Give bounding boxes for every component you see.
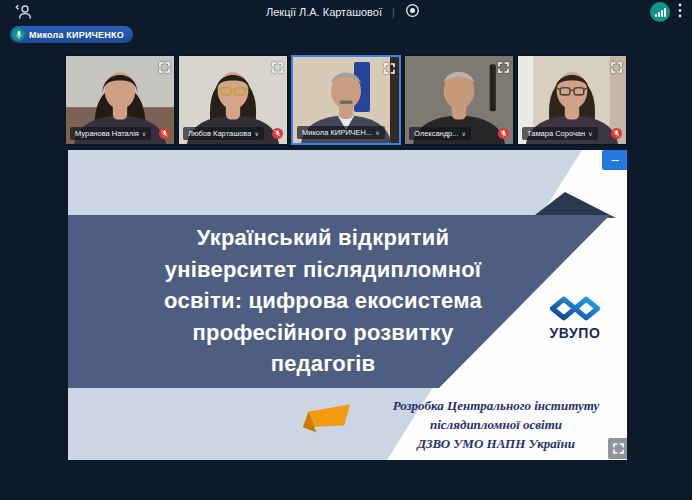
participant-tile[interactable]: Муранова Наталія ∨ bbox=[65, 55, 175, 145]
slide-title-line: університет післядипломної bbox=[103, 254, 543, 286]
chevron-down-icon: ∨ bbox=[462, 131, 466, 137]
infinity-logo-icon bbox=[546, 294, 604, 323]
participant-name: Тамара Сорочан bbox=[527, 129, 585, 138]
tile-expand-icon[interactable] bbox=[272, 59, 283, 70]
participant-name-tag[interactable]: Тамара Сорочан ∨ bbox=[522, 127, 598, 140]
fullscreen-share-button[interactable] bbox=[608, 438, 627, 459]
slide-title-line: педагогів bbox=[103, 348, 543, 380]
chevron-down-icon: ∨ bbox=[254, 131, 258, 137]
minimize-share-button[interactable]: – bbox=[602, 150, 627, 170]
mic-muted-indicator bbox=[159, 128, 170, 139]
tile-expand-icon[interactable] bbox=[384, 60, 395, 71]
mic-muted-indicator bbox=[611, 128, 622, 139]
control-bar bbox=[0, 460, 692, 500]
screen-share-slide: Український відкритий університет післяд… bbox=[68, 150, 627, 460]
more-options-button[interactable] bbox=[678, 3, 682, 21]
participant-tile[interactable]: Любов Карташова ∨ bbox=[178, 55, 288, 145]
slide-title-line: освіти: цифрова екосистема bbox=[103, 285, 543, 317]
participant-tile[interactable]: Микола КИРИЧЕН... ∨ bbox=[291, 55, 401, 145]
participant-tile[interactable]: Тамара Сорочан ∨ bbox=[517, 55, 627, 145]
mic-icon bbox=[12, 28, 25, 41]
tile-expand-icon[interactable] bbox=[611, 59, 622, 70]
participant-strip: Муранова Наталія ∨ bbox=[65, 55, 627, 145]
chevron-down-icon: ∨ bbox=[375, 130, 379, 136]
record-button[interactable] bbox=[405, 3, 420, 21]
record-icon bbox=[405, 3, 420, 21]
participant-name: Любов Карташова bbox=[188, 129, 251, 138]
participant-name-tag[interactable]: Микола КИРИЧЕН... ∨ bbox=[297, 126, 385, 139]
slide-title-line: професійного розвитку bbox=[103, 317, 543, 349]
mic-muted-indicator bbox=[498, 128, 509, 139]
slide-title-line: Український відкритий bbox=[103, 222, 543, 254]
tile-expand-icon[interactable] bbox=[498, 59, 509, 70]
participant-name: Олександр... bbox=[414, 129, 459, 138]
participants-icon bbox=[14, 3, 34, 24]
meeting-title: Лекції Л.А. Карташової bbox=[266, 6, 382, 18]
uvupo-logo: УВУПО bbox=[536, 294, 614, 341]
title-separator: | bbox=[392, 6, 395, 18]
credit-line: післядипломної освіти bbox=[368, 415, 624, 434]
kebab-menu-icon bbox=[678, 3, 682, 21]
participant-name: Микола КИРИЧЕН... bbox=[302, 128, 372, 137]
active-speaker-badge: Микола КИРИЧЕНКО bbox=[10, 26, 133, 43]
chevron-down-icon: ∨ bbox=[588, 131, 592, 137]
participants-panel-button[interactable] bbox=[14, 3, 34, 24]
active-speaker-name: Микола КИРИЧЕНКО bbox=[29, 30, 124, 40]
participant-name: Муранова Наталія bbox=[75, 129, 139, 138]
slide-title: Український відкритий університет післяд… bbox=[103, 222, 543, 380]
expand-icon bbox=[613, 443, 624, 454]
top-bar: Лекції Л.А. Карташової | bbox=[0, 0, 692, 24]
credit-line: Розробка Центрального інституту bbox=[368, 396, 624, 415]
mic-muted-indicator bbox=[272, 128, 283, 139]
participant-name-tag[interactable]: Муранова Наталія ∨ bbox=[70, 127, 151, 140]
participant-tile[interactable]: Олександр... ∨ bbox=[404, 55, 514, 145]
credit-line: ДЗВО УМО НАПН України bbox=[368, 434, 624, 453]
connection-signal-icon[interactable] bbox=[650, 2, 670, 22]
participant-name-tag[interactable]: Олександр... ∨ bbox=[409, 127, 471, 140]
tile-expand-icon[interactable] bbox=[159, 59, 170, 70]
chevron-down-icon: ∨ bbox=[142, 131, 146, 137]
logo-text: УВУПО bbox=[536, 325, 614, 341]
participant-name-tag[interactable]: Любов Карташова ∨ bbox=[183, 127, 264, 140]
meeting-app: Лекції Л.А. Карташової | bbox=[0, 0, 692, 500]
orange-arrow-shape bbox=[302, 404, 350, 433]
slide-credit: Розробка Центрального інституту післядип… bbox=[368, 396, 624, 453]
